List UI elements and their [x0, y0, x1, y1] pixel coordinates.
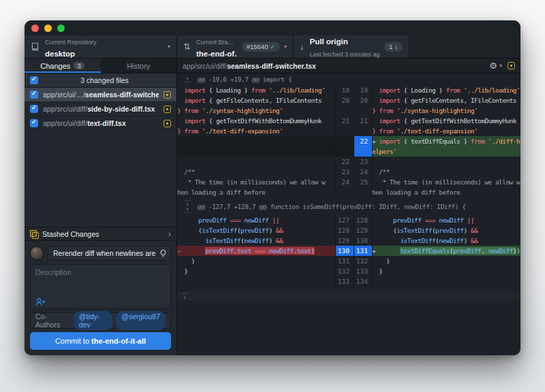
- diff-code-old[interactable]: import { Loading } from '../lib/loading': [177, 85, 335, 95]
- old-line-number[interactable]: 20: [335, 95, 354, 116]
- close-button[interactable]: [31, 24, 39, 32]
- expand-down-icon[interactable]: ↓: [185, 199, 191, 206]
- old-line-number[interactable]: 127: [335, 215, 354, 225]
- diff-code-new[interactable]: [372, 157, 520, 167]
- diff-code-new[interactable]: ): [372, 256, 520, 266]
- diff-code-old[interactable]: - prevDiff.text === newDiff.text): [177, 246, 335, 256]
- diff-code-old[interactable]: isTextDiff(newDiff) &&: [177, 235, 335, 246]
- app-window: Current Repository desktop ▾ ⇅ Current B…: [25, 20, 520, 355]
- diff-code-old: [177, 136, 335, 157]
- summary-input[interactable]: [48, 246, 171, 261]
- new-line-number[interactable]: 134: [354, 276, 372, 287]
- file-path-label: app/src/ui/diff/side-by-side-diff.tsx: [43, 105, 159, 113]
- zoom-button[interactable]: [57, 24, 65, 32]
- expand-down-button[interactable]: ↓: [177, 291, 520, 301]
- description-input[interactable]: [35, 268, 166, 297]
- diff-row: )131132 ): [177, 256, 520, 266]
- diff-code-old[interactable]: ): [177, 256, 335, 266]
- diff-code-old[interactable]: import { getTextDiffWithBottomDummyHunk …: [177, 116, 335, 136]
- repository-picker[interactable]: Current Repository desktop ▾: [25, 35, 177, 58]
- expand-up-icon[interactable]: ↑: [185, 207, 191, 214]
- chevron-down-icon: ▾: [164, 44, 170, 50]
- new-line-number[interactable]: 130: [354, 235, 372, 246]
- new-line-number[interactable]: 24: [354, 167, 372, 177]
- tab-history[interactable]: History: [101, 59, 177, 73]
- old-line-number[interactable]: 24: [335, 177, 354, 197]
- old-line-number[interactable]: 129: [335, 235, 354, 246]
- diff-row: * The time (in milliseconds) we allow w …: [177, 177, 520, 197]
- diff-code-new[interactable]: prevDiff === newDiff ||: [372, 215, 520, 225]
- file-checkbox[interactable]: [30, 119, 38, 127]
- pull-origin-button[interactable]: ↓ Pull origin Last fetched 3 minutes ago…: [294, 35, 409, 58]
- new-line-number[interactable]: 22: [354, 136, 372, 157]
- diff-code-new[interactable]: + import { textDiffEquals } from './diff…: [372, 136, 520, 157]
- file-row[interactable]: app/src/ui/…/seamless-diff-switcher.tsx: [25, 88, 176, 102]
- diff-code-old[interactable]: }: [177, 266, 335, 276]
- tab-changes[interactable]: Changes 3: [25, 59, 101, 73]
- diff-code-new[interactable]: * The time (in milliseconds) we allow w …: [372, 177, 520, 197]
- diff-path-bar: app/src/ui/diff/seamless-diff-switcher.t…: [177, 59, 520, 74]
- old-line-number[interactable]: 21: [335, 116, 354, 136]
- old-line-number[interactable]: 23: [335, 167, 354, 177]
- diff-code-new[interactable]: + textDiffEquals(prevDiff, newDiff)): [372, 246, 520, 256]
- new-line-number[interactable]: 23: [354, 157, 372, 167]
- old-line-number[interactable]: 128: [335, 225, 354, 235]
- expand-down-icon[interactable]: ↓: [182, 293, 188, 299]
- new-line-number[interactable]: 129: [354, 225, 372, 235]
- new-line-number[interactable]: 128: [354, 215, 372, 225]
- modified-status-icon: [164, 105, 171, 113]
- diff-code-old[interactable]: import { getFileContents, IFileContents …: [177, 95, 335, 116]
- diff-code-old[interactable]: (isTextDiff(prevDiff) &&: [177, 225, 335, 235]
- commit-button[interactable]: Commit to the-end-of-it-all: [30, 332, 171, 350]
- add-coauthor-icon[interactable]: [35, 297, 46, 306]
- file-row[interactable]: app/src/ui/diff/text-diff.tsx: [25, 116, 176, 131]
- old-line-number[interactable]: 132: [335, 266, 354, 276]
- diff-code-old[interactable]: /**: [177, 167, 335, 177]
- diff-code-old[interactable]: prevDiff === newDiff ||: [177, 215, 335, 225]
- diff-code-new[interactable]: (isTextDiff(prevDiff) &&: [372, 225, 520, 235]
- old-line-number[interactable]: 130: [335, 246, 354, 256]
- new-line-number[interactable]: 132: [354, 256, 372, 266]
- diff-row: isTextDiff(newDiff) &&129130 isTextDiff(…: [177, 235, 520, 246]
- old-line-number[interactable]: 133: [335, 276, 354, 287]
- old-line-number[interactable]: 22: [335, 157, 354, 167]
- diff-code-new[interactable]: import { getTextDiffWithBottomDummyHunk …: [372, 116, 520, 136]
- new-line-number[interactable]: 25: [354, 177, 372, 197]
- diff-code-new[interactable]: /**: [372, 167, 520, 177]
- old-line-number[interactable]: 19: [335, 85, 354, 95]
- gear-icon[interactable]: ⚙: [489, 61, 497, 70]
- diff-code-new[interactable]: isTextDiff(newDiff) &&: [372, 235, 520, 246]
- new-line-number[interactable]: 19: [354, 85, 372, 95]
- file-row[interactable]: app/src/ui/diff/side-by-side-diff.tsx: [25, 102, 176, 116]
- diff-code-old[interactable]: [177, 276, 335, 287]
- new-line-number[interactable]: 21: [354, 116, 372, 136]
- diff-code-new[interactable]: }: [372, 266, 520, 276]
- coauthor-pill[interactable]: @sergiou87: [116, 311, 166, 330]
- expand-up-icon[interactable]: ↑: [185, 76, 191, 83]
- chevron-down-icon[interactable]: ▾: [499, 63, 502, 69]
- pr-badge: #15640✓: [242, 42, 280, 52]
- file-checkbox[interactable]: [30, 91, 38, 99]
- diff-code-old[interactable]: [177, 157, 335, 167]
- modified-status-icon: [164, 120, 171, 127]
- changed-files-label: 3 changed files: [38, 76, 171, 84]
- file-path-label: app/src/ui/…/seamless-diff-switcher.tsx: [43, 91, 159, 99]
- chevron-right-icon: ›: [168, 229, 171, 239]
- minimize-button[interactable]: [44, 24, 52, 32]
- old-line-number[interactable]: 131: [335, 256, 354, 266]
- stashed-changes-row[interactable]: Stashed Changes ›: [25, 227, 176, 241]
- new-line-number[interactable]: 20: [354, 95, 372, 116]
- diff-code-new[interactable]: [372, 276, 520, 287]
- include-all-checkbox[interactable]: [30, 76, 38, 84]
- branch-picker[interactable]: ⇅ Current Bra… the-end-of… #15640✓ ▾: [177, 35, 294, 58]
- file-checkbox[interactable]: [30, 105, 38, 113]
- coauthors-bar: Co-Authors @tidy-dev@sergiou87: [30, 312, 171, 329]
- coauthor-pill[interactable]: @tidy-dev: [74, 311, 112, 330]
- new-line-number[interactable]: 131: [354, 246, 372, 256]
- diff-code-new[interactable]: import { Loading } from '../lib/loading': [372, 85, 520, 95]
- diff-code-new[interactable]: import { getFileContents, IFileContents …: [372, 95, 520, 116]
- new-line-number[interactable]: 133: [354, 266, 372, 276]
- branch-name: the-end-of…: [196, 50, 237, 58]
- diff-code-old[interactable]: * The time (in milliseconds) we allow w …: [177, 177, 335, 197]
- old-line-number[interactable]: [335, 136, 354, 157]
